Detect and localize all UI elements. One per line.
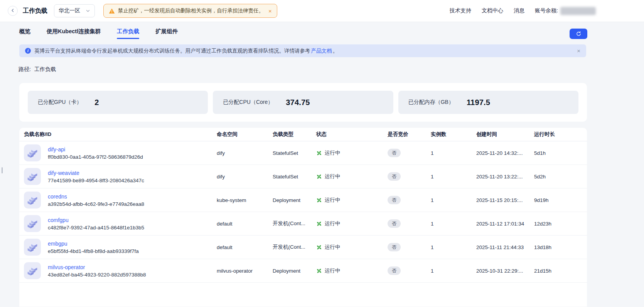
cell-created: 2025-11-20 13:22:... [476,174,534,180]
table-row[interactable]: coredns a392b54d-afbb-4c62-9fe3-e7749a26… [19,188,587,212]
cell-status: 运行中 [316,267,388,274]
cell-instances: 1 [431,221,476,227]
notice-suffix: 。 [333,47,338,54]
warning-text: 禁止挖矿，一经发现后自动删除相关实例，自行承担法律责任。 [118,7,264,14]
status-text: 运行中 [325,173,341,180]
running-pinwheel-icon [316,174,322,180]
warning-close-icon[interactable]: × [268,8,272,14]
info-icon: i [25,48,31,54]
refresh-button[interactable] [570,29,587,39]
nav-item-support[interactable]: 技术支持 [450,7,471,14]
top-bar: 工作负载 华北一区 禁止挖矿，一经发现后自动删除相关实例，自行承担法律责任。 ×… [0,0,644,22]
cell-status: 运行中 [316,244,388,251]
account-balance-redacted [560,7,596,15]
spot-badge: 否 [388,219,401,228]
page-title: 工作负载 [23,7,47,15]
cell-created: 2025-11-15 20:15:... [476,197,534,203]
region-selector[interactable]: 华北一区 [54,4,95,17]
tab-kubectl[interactable]: 使用Kubectl连接集群 [47,25,101,39]
notice-text: 英博云平台支持从终端命令行发起单机或大规模分布式训练任务。用户可通过工作负载直观… [34,47,310,54]
nav-item-messages[interactable]: 消息 [514,7,524,14]
workload-id: 43ed82ef-ba45-4923-9220-882d597388b8 [48,272,146,278]
cell-uptime: 5d1h [534,150,587,156]
table-body: dify-api ff0bd830-0aa1-405a-97f2-5863687… [19,141,587,283]
workload-stack-icon [24,262,41,279]
cell-uptime: 5d2h [534,174,587,180]
table-row[interactable]: comfgpu c482f8e7-9392-47ad-a415-8648f1e1… [19,212,587,236]
breadcrumb: 路径: 工作负载 [19,66,644,73]
workload-id: ff0bd830-0aa1-405a-97f2-58636879d26d [48,154,143,160]
stat-memory-label: 已分配内存（GB） [408,99,454,106]
cell-created: 2025-11-20 14:32:... [476,150,534,156]
running-pinwheel-icon [316,197,322,203]
notice-close-icon[interactable]: × [577,47,580,54]
cell-instances: 1 [431,197,476,203]
nav-item-docs[interactable]: 文档中心 [482,7,503,14]
workload-stack-icon [24,168,41,185]
col-instances: 实例数 [431,131,476,138]
table-row[interactable]: milvus-operator 43ed82ef-ba45-4923-9220-… [19,259,587,283]
cell-instances: 1 [431,268,476,274]
path-label: 路径: [19,66,31,73]
back-button[interactable] [8,6,18,16]
cell-type: Deployment [273,197,316,203]
spot-badge: 否 [388,266,401,275]
cell-type: 开发机(Cont... [273,220,316,227]
workload-name-link[interactable]: dify-api [48,146,143,153]
workload-name-link[interactable]: dify-weaviate [48,170,144,176]
col-uptime: 运行时长 [534,131,587,138]
spot-badge: 否 [388,149,401,157]
cell-uptime: 13d18h [534,244,587,250]
workload-name-link[interactable]: embgpu [48,241,139,247]
stat-gpu-value: 2 [94,98,99,107]
tabs-bar: 概览 使用Kubectl连接集群 工作负载 扩展组件 [0,22,644,42]
workload-id: e5bf55fd-4bd1-4fb8-bf8d-aab93339f7fa [48,248,139,254]
scrollbar-thumb[interactable] [2,167,3,173]
mining-warning-banner: 禁止挖矿，一经发现后自动删除相关实例，自行承担法律责任。 × [103,4,277,18]
cell-instances: 1 [431,150,476,156]
stat-cpu-value: 374.75 [286,98,310,107]
tab-extensions[interactable]: 扩展组件 [155,25,178,39]
cell-instances: 1 [431,244,476,250]
tab-workloads[interactable]: 工作负载 [117,25,139,39]
workload-name-link[interactable]: coredns [48,193,144,200]
cell-type: 开发机(Cont... [273,244,316,251]
status-text: 运行中 [325,149,341,156]
cell-status: 运行中 [316,220,388,227]
col-created: 创建时间 [476,131,534,138]
refresh-icon [576,31,582,37]
status-text: 运行中 [325,220,341,227]
spot-badge: 否 [388,172,401,181]
table-row[interactable]: dify-api ff0bd830-0aa1-405a-97f2-5863687… [19,141,587,165]
workload-name-link[interactable]: milvus-operator [48,264,146,270]
cell-status: 运行中 [316,149,388,156]
allocation-summary-card: 已分配GPU（卡） 2 已分配CPU（Core） 374.75 已分配内存（GB… [19,83,587,122]
table-header-row: 负载名称/ID 命名空间 负载类型 状态 是否竞价 实例数 创建时间 运行时长 [19,128,587,141]
workload-name-link[interactable]: comfgpu [48,217,144,223]
top-nav: 技术支持 文档中心 消息 账号余额: [450,7,596,15]
col-namespace: 命名空间 [217,131,273,138]
cell-status: 运行中 [316,173,388,180]
cell-type: StatefulSet [273,150,316,156]
cell-namespace: default [217,244,273,250]
workload-id: a392b54d-afbb-4c62-9fe3-e7749a26eaa8 [48,201,144,207]
workload-id: 77e41589-be89-4954-8ff3-2080426a347c [48,178,144,183]
info-notice: i 英博云平台支持从终端命令行发起单机或大规模分布式训练任务。用户可通过工作负载… [19,44,586,57]
table-row[interactable]: dify-weaviate 77e41589-be89-4954-8ff3-20… [19,165,587,188]
cell-status: 运行中 [316,197,388,204]
product-docs-link[interactable]: 产品文档 [311,47,332,54]
workload-id: c482f8e7-9392-47ad-a415-8648f1e1b3b5 [48,225,144,231]
tab-overview[interactable]: 概览 [19,25,30,39]
col-spot: 是否竞价 [388,131,431,138]
cell-uptime: 12d23h [534,221,587,227]
stat-gpu: 已分配GPU（卡） 2 [28,91,208,114]
cell-type: Deployment [273,268,316,274]
workload-stack-icon [24,144,41,161]
cell-created: 2025-11-11 21:44:33 [476,244,534,250]
workload-stack-icon [24,215,41,232]
running-pinwheel-icon [316,244,322,250]
chevron-left-icon [10,7,15,14]
table-row[interactable]: embgpu e5bf55fd-4bd1-4fb8-bf8d-aab93339f… [19,236,587,259]
cell-namespace: dify [217,174,273,180]
cell-uptime: 9d19h [534,197,587,203]
